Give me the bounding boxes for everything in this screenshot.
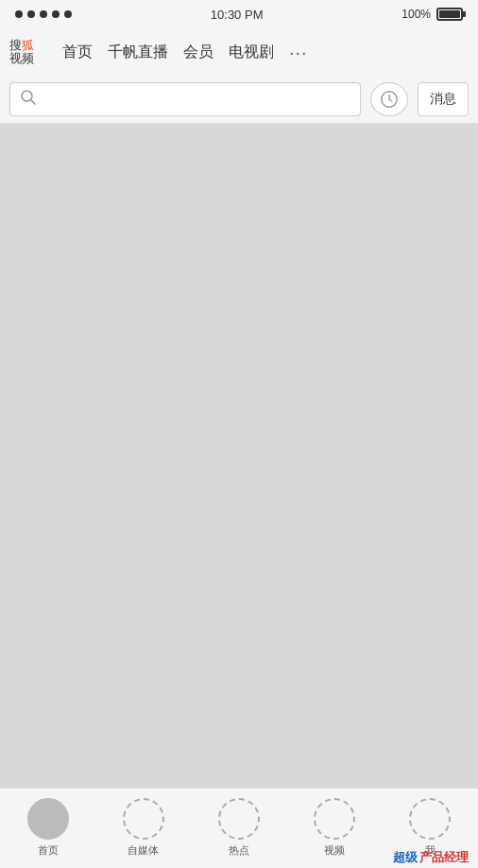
status-bar: 10:30 PM 100% (0, 0, 478, 28)
battery-fill (439, 10, 460, 18)
nav-item-home[interactable]: 首页 (62, 43, 93, 62)
status-time: 10:30 PM (211, 8, 264, 22)
tab-item-home[interactable]: 首页 (0, 798, 95, 858)
phone-frame: 10:30 PM 100% 搜狐 视频 首页 千帆直播 会员 电视剧 ··· (0, 0, 478, 868)
nav-links: 首页 千帆直播 会员 电视剧 ··· (62, 42, 469, 63)
watermark-part2: 产品经理 (419, 849, 469, 866)
nav-item-tv[interactable]: 电视剧 (229, 43, 274, 62)
tab-icon-video (314, 798, 355, 840)
battery-icon (436, 8, 463, 21)
nav-top: 搜狐 视频 首页 千帆直播 会员 电视剧 ··· (0, 28, 478, 76)
tab-bar: 首页 自媒体 热点 视频 我 超级 产品经理 (0, 788, 478, 868)
tab-item-hot[interactable]: 热点 (191, 798, 286, 858)
main-content (0, 124, 478, 788)
svg-line-1 (31, 100, 36, 105)
tab-icon-media (123, 798, 164, 840)
dot-5 (64, 10, 72, 18)
search-row: 消息 (0, 76, 478, 123)
dot-1 (15, 10, 23, 18)
message-button[interactable]: 消息 (418, 82, 469, 116)
watermark-part1: 超级 (393, 849, 418, 866)
message-label: 消息 (430, 91, 456, 108)
search-icon (20, 89, 37, 110)
tab-label-hot: 热点 (229, 843, 249, 858)
logo-line1: 搜狐 (9, 39, 57, 52)
header: 搜狐 视频 首页 千帆直播 会员 电视剧 ··· (0, 28, 478, 124)
tab-item-media[interactable]: 自媒体 (95, 798, 191, 858)
history-button[interactable] (370, 82, 408, 116)
tab-icon-hot (218, 798, 260, 840)
logo-line2: 视频 (9, 52, 57, 65)
watermark: 超级 产品经理 (393, 849, 469, 866)
tab-label-media: 自媒体 (128, 843, 159, 858)
search-input[interactable] (43, 92, 350, 107)
tab-icon-home (27, 798, 69, 840)
tab-label-home: 首页 (38, 843, 59, 858)
dot-2 (27, 10, 35, 18)
tab-icon-me (409, 798, 451, 840)
nav-item-more[interactable]: ··· (289, 42, 308, 63)
logo: 搜狐 视频 (9, 39, 57, 66)
signal-dots (15, 10, 72, 18)
status-right: 100% (401, 8, 463, 21)
dot-3 (40, 10, 47, 18)
search-box[interactable] (9, 82, 361, 116)
nav-item-live[interactable]: 千帆直播 (108, 43, 168, 62)
nav-item-vip[interactable]: 会员 (183, 43, 213, 62)
tab-item-video[interactable]: 视频 (287, 798, 383, 858)
tab-label-video: 视频 (324, 843, 345, 858)
battery-percent: 100% (401, 8, 431, 21)
dot-4 (52, 10, 60, 18)
